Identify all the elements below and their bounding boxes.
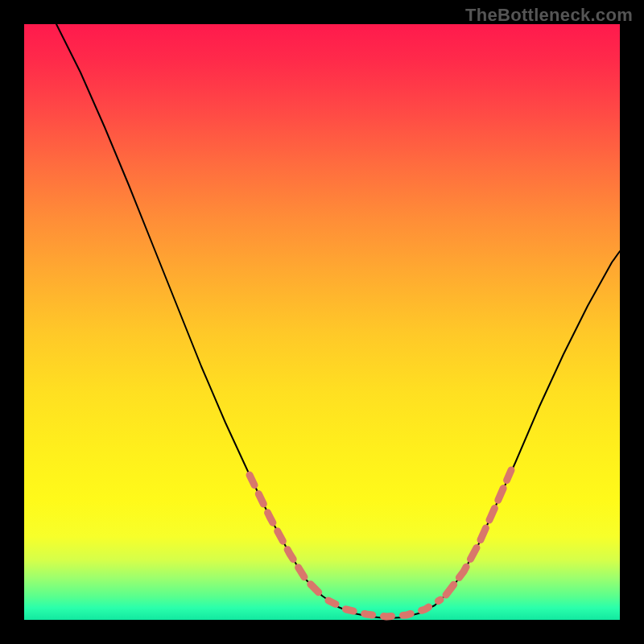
series-dotted-left	[250, 475, 322, 596]
plot-area	[24, 24, 620, 620]
series-dotted-bottom	[328, 600, 440, 617]
series-dotted-right	[446, 470, 511, 595]
series-curve	[56, 24, 620, 618]
chart-frame: TheBottleneck.com	[0, 0, 644, 644]
series-group	[56, 24, 620, 618]
chart-svg	[24, 24, 620, 620]
watermark-text: TheBottleneck.com	[465, 5, 633, 26]
